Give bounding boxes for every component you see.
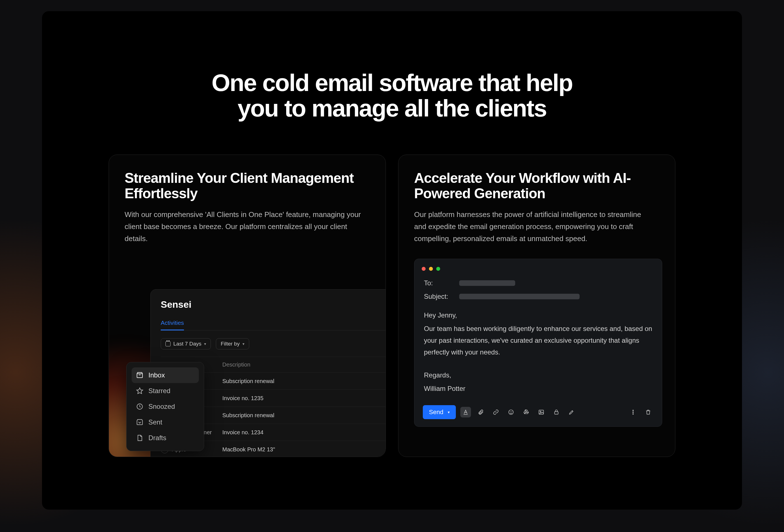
send-label: Send	[429, 409, 443, 416]
col-amount: Amount	[295, 362, 386, 368]
svg-point-8	[633, 412, 634, 413]
feature-card-client-management: Streamline Your Client Management Effort…	[109, 155, 386, 457]
window-controls	[414, 266, 662, 276]
card-description: With our comprehensive 'All Clients in O…	[124, 208, 365, 245]
attachment-icon[interactable]	[475, 407, 486, 418]
card-title: Streamline Your Client Management Effort…	[124, 170, 370, 201]
svg-point-1	[509, 410, 513, 415]
link-icon[interactable]	[491, 407, 501, 418]
chevron-down-icon: ▾	[448, 410, 450, 414]
image-icon[interactable]	[536, 407, 547, 418]
svg-point-9	[633, 414, 634, 414]
drive-icon[interactable]	[521, 407, 531, 418]
page-headline: One cold email software that help you to…	[207, 70, 577, 121]
date-range-label: Last 7 Days	[173, 341, 201, 347]
clock-icon	[136, 403, 143, 410]
sidebar-item-label: Starred	[148, 387, 170, 395]
sidebar-item-label: Snoozed	[148, 403, 175, 411]
compose-body[interactable]: Hey Jenny, Our team has been working dil…	[414, 303, 662, 398]
date-range-picker[interactable]: Last 7 Days ▾	[161, 338, 211, 349]
chevron-down-icon: ▾	[243, 342, 245, 346]
body-paragraph: Our team has been working diligently to …	[424, 323, 652, 358]
svg-rect-6	[555, 412, 558, 414]
mail-sidebar: Inbox Starred Snoozed	[126, 362, 204, 451]
text-color-icon[interactable]	[460, 407, 471, 418]
svg-point-5	[540, 411, 541, 412]
more-options-icon[interactable]	[628, 407, 638, 418]
emoji-icon[interactable]	[506, 407, 516, 418]
compose-window: To: Subject: Hey Jenny, Our team has bee…	[414, 259, 662, 427]
sidebar-item-sent[interactable]: Sent	[132, 414, 199, 430]
tab-activities[interactable]: Activities	[161, 319, 184, 326]
sidebar-item-drafts[interactable]: Drafts	[132, 430, 199, 446]
sent-icon	[136, 419, 143, 426]
greeting-line: Hey Jenny,	[424, 309, 652, 321]
minimize-icon[interactable]	[429, 267, 433, 271]
filter-by-label: Filter by	[221, 341, 240, 347]
calendar-icon	[166, 341, 170, 346]
compose-toolbar: Send ▾	[414, 398, 662, 426]
svg-point-2	[510, 412, 510, 412]
signature-pen-icon[interactable]	[566, 407, 577, 418]
signoff-sender: William Potter	[424, 383, 652, 394]
app-brand: Sensei	[161, 299, 386, 310]
send-button[interactable]: Send ▾	[423, 405, 456, 419]
sidebar-item-label: Sent	[148, 418, 162, 426]
subject-label: Subject:	[424, 292, 453, 301]
lock-schedule-icon[interactable]	[551, 407, 562, 418]
to-input[interactable]	[459, 280, 515, 286]
col-description: Description	[222, 362, 295, 368]
sidebar-item-label: Drafts	[148, 434, 166, 442]
feature-card-ai-generation: Accelerate Your Workflow with AI-Powered…	[398, 155, 675, 457]
subject-input[interactable]	[459, 294, 580, 299]
sidebar-item-starred[interactable]: Starred	[132, 383, 199, 399]
signoff-regards: Regards,	[424, 369, 652, 381]
close-icon[interactable]	[422, 267, 426, 271]
inbox-icon	[136, 371, 143, 379]
trash-icon[interactable]	[643, 407, 653, 418]
chevron-down-icon: ▾	[204, 342, 206, 346]
card-title: Accelerate Your Workflow with AI-Powered…	[414, 170, 660, 201]
maximize-icon[interactable]	[436, 267, 440, 271]
sidebar-item-snoozed[interactable]: Snoozed	[132, 399, 199, 414]
file-icon	[136, 434, 143, 442]
card-description: Our platform harnesses the power of arti…	[414, 208, 655, 245]
star-icon	[136, 387, 143, 394]
svg-point-7	[633, 410, 634, 411]
sidebar-item-inbox[interactable]: Inbox	[132, 367, 199, 383]
filter-by-dropdown[interactable]: Filter by ▾	[216, 338, 249, 349]
to-label: To:	[424, 279, 453, 287]
sidebar-item-label: Inbox	[148, 371, 165, 379]
svg-point-3	[512, 412, 512, 412]
